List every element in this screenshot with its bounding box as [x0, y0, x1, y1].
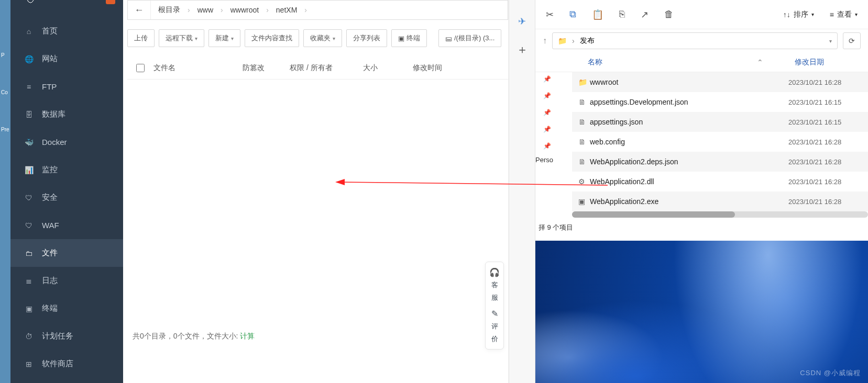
send-tab-icon[interactable]: ✈ — [518, 16, 526, 27]
share-list-button[interactable]: 分享列表 — [346, 29, 387, 47]
pin-icon[interactable]: 📌 — [543, 126, 551, 133]
waf-icon: 🛡 — [24, 221, 34, 230]
horizontal-scrollbar[interactable] — [572, 211, 868, 218]
sidebar-item-folder[interactable]: 🗀文件 — [10, 239, 123, 267]
panel-sidebar: 🛡 ⌂首页🌐网站≡FTP🗄数据库🐳Docker📊监控🛡安全🛡WAF🗀文件≣日志▣… — [10, 0, 123, 383]
address-bar[interactable]: 📁 › 发布 ▾ — [552, 32, 838, 49]
sidebar-item-store[interactable]: ⊞软件商店 — [10, 350, 123, 378]
sidebar-item-shield[interactable]: 🛡安全 — [10, 184, 123, 211]
sidebar-item-home[interactable]: ⌂首页 — [10, 17, 123, 45]
breadcrumb-segment[interactable]: netXM — [269, 6, 304, 14]
delete-icon[interactable]: 🗑 — [664, 9, 674, 20]
desktop-icon: P — [1, 52, 9, 58]
add-tab-button[interactable]: ＋ — [517, 42, 528, 58]
sidebar-item-ftp[interactable]: ≡FTP — [10, 73, 123, 100]
remote-download-button[interactable]: 远程下载▾ — [159, 29, 204, 47]
breadcrumb-segment[interactable]: wwwroot — [223, 6, 266, 14]
file-manager: ← 根目录›www›wwwroot›netXM› 上传 远程下载▾ 新建▾ 文件… — [123, 0, 508, 383]
explorer-address-row: ↑ 📁 › 发布 ▾ ⟳ — [535, 29, 868, 52]
vertical-tab-strip: ✈ ＋ — [509, 0, 535, 383]
content-search-button[interactable]: 文件内容查找 — [245, 29, 299, 47]
breadcrumb-segment[interactable]: www — [190, 6, 221, 14]
json-icon: 🗎 — [578, 157, 590, 166]
col-mtime[interactable]: 修改时间 — [413, 63, 476, 73]
desktop-icon: Co — [1, 89, 9, 95]
sidebar-item-docker[interactable]: 🐳Docker — [10, 128, 123, 156]
file-name: WebApplication2.deps.json — [590, 157, 788, 166]
sort-button[interactable]: ↑↓ 排序 ▾ — [783, 10, 814, 19]
nav-item-fragment: Perso — [535, 156, 553, 164]
file-name: web.config — [590, 138, 788, 146]
file-date: 2023/10/21 16:28 — [788, 198, 862, 206]
up-icon[interactable]: ↑ — [543, 36, 547, 46]
file-row[interactable]: ▣WebApplication2.exe2023/10/21 16:28 — [572, 192, 868, 211]
copy-icon[interactable]: ⧉ — [569, 9, 576, 20]
col-perm[interactable]: 权限 / 所有者 — [290, 63, 363, 73]
pin-icon[interactable]: 📌 — [543, 142, 551, 150]
breadcrumb-segment[interactable]: 根目录 — [151, 5, 188, 15]
pin-icon[interactable]: 📌 — [543, 92, 551, 99]
pin-icon[interactable]: 📌 — [543, 109, 551, 116]
file-row[interactable]: 🗎WebApplication2.deps.json2023/10/21 16:… — [572, 152, 868, 172]
col-name[interactable]: 名称 — [588, 58, 757, 67]
sidebar-item-label: 终端 — [42, 303, 58, 313]
status-bar: 共0个目录，0个文件，文件大小: 计算 — [133, 332, 255, 341]
chevron-down-icon: ▾ — [231, 36, 234, 41]
disk-selector[interactable]: 🖴/(根目录) (3... — [438, 29, 501, 47]
exe-icon: ▣ — [578, 197, 590, 206]
file-list-empty — [123, 80, 508, 315]
explorer-toolbar: ✂ ⧉ 📋 ⎘ ↗ 🗑 ↑↓ 排序 ▾ ≡ 查看 ▾ — [535, 0, 868, 29]
sidebar-item-cron[interactable]: ⏱计划任务 — [10, 322, 123, 350]
col-size[interactable]: 大小 — [363, 63, 413, 73]
explorer-columns: 名称 ⌃ 修改日期 — [535, 52, 868, 72]
folder-icon: 🗀 — [24, 249, 34, 257]
file-name: wwwroot — [590, 78, 788, 86]
sidebar-item-db[interactable]: 🗄数据库 — [10, 100, 123, 128]
upload-button[interactable]: 上传 — [127, 29, 155, 47]
sidebar-item-label: 日志 — [42, 276, 58, 286]
new-button[interactable]: 新建▾ — [208, 29, 240, 47]
col-tamper[interactable]: 防篡改 — [243, 63, 290, 73]
toolbar: 上传 远程下载▾ 新建▾ 文件内容查找 收藏夹▾ 分享列表 ▣终端 🖴/(根目录… — [127, 29, 508, 47]
chevron-down-icon[interactable]: ▾ — [829, 38, 832, 44]
pin-column: 📌 📌 📌 📌 📌 — [543, 75, 551, 150]
paste-icon[interactable]: 📋 — [592, 9, 603, 20]
support-icon: 🎧 — [489, 267, 500, 277]
file-date: 2023/10/21 16:15 — [788, 118, 862, 126]
help-float[interactable]: 🎧 客 服 ✎ 评 价 — [485, 262, 504, 350]
file-row[interactable]: 📁wwwroot2023/10/21 16:28 — [572, 72, 868, 92]
terminal-button[interactable]: ▣终端 — [391, 29, 427, 47]
help-label: 服 — [491, 293, 498, 302]
file-row[interactable]: 🗎appsettings.Development.json2023/10/21 … — [572, 92, 868, 112]
file-date: 2023/10/21 16:15 — [788, 98, 862, 106]
calculate-link[interactable]: 计算 — [240, 332, 255, 340]
sidebar-item-label: 计划任务 — [42, 331, 73, 341]
file-date: 2023/10/21 16:28 — [788, 178, 862, 186]
desktop-icon: Pre — [1, 127, 9, 132]
sidebar-item-globe[interactable]: 🌐网站 — [10, 45, 123, 73]
col-date[interactable]: 修改日期 — [795, 58, 868, 67]
pin-icon[interactable]: 📌 — [543, 75, 551, 83]
sidebar-item-waf[interactable]: 🛡WAF — [10, 211, 123, 239]
col-name[interactable]: 文件名 — [153, 63, 243, 73]
home-icon: ⌂ — [24, 27, 34, 36]
sidebar-item-log[interactable]: ≣日志 — [10, 267, 123, 295]
view-button[interactable]: ≡ 查看 ▾ — [830, 10, 858, 19]
sidebar-item-monitor[interactable]: 📊监控 — [10, 156, 123, 184]
notification-badge[interactable] — [106, 0, 115, 4]
rename-icon[interactable]: ⎘ — [619, 9, 625, 20]
back-button[interactable]: ← — [128, 1, 151, 19]
favorites-button[interactable]: 收藏夹▾ — [303, 29, 342, 47]
windows-explorer: ✂ ⧉ 📋 ⎘ ↗ 🗑 ↑↓ 排序 ▾ ≡ 查看 ▾ ↑ 📁 › 发布 ▾ ⟳ … — [535, 0, 868, 241]
share-icon[interactable]: ↗ — [641, 9, 649, 20]
select-all-checkbox[interactable] — [127, 64, 153, 72]
refresh-button[interactable]: ⟳ — [843, 32, 861, 49]
file-row[interactable]: 🗎appsettings.json2023/10/21 16:15 — [572, 112, 868, 132]
file-row[interactable]: ⚙WebApplication2.dll2023/10/21 16:28 — [572, 172, 868, 192]
help-label: 价 — [491, 334, 498, 344]
cut-icon[interactable]: ✂ — [546, 9, 554, 20]
folder-icon: 📁 — [578, 78, 590, 86]
shield-icon: 🛡 — [26, 0, 36, 6]
file-row[interactable]: 🗎web.config2023/10/21 16:28 — [572, 132, 868, 152]
sidebar-item-terminal[interactable]: ▣终端 — [10, 295, 123, 322]
